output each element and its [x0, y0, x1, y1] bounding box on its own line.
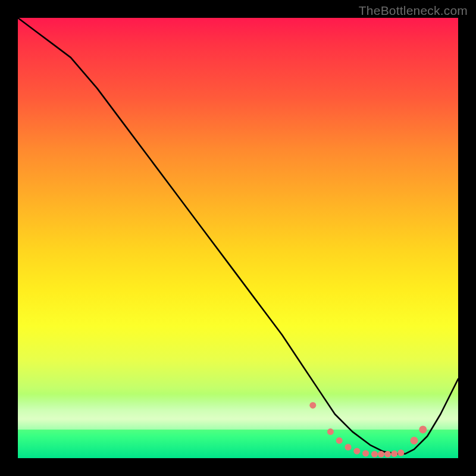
marker-dot — [384, 451, 391, 458]
marker-dot — [371, 451, 378, 458]
bottleneck-curve — [18, 18, 458, 454]
marker-dot — [345, 444, 352, 450]
marker-dot — [391, 450, 397, 457]
marker-dot — [378, 451, 384, 458]
marker-dot — [362, 450, 369, 456]
marker-dot — [309, 402, 316, 409]
watermark-text: TheBottleneck.com — [359, 4, 468, 18]
marker-dot — [419, 425, 427, 433]
marker-dot — [411, 437, 418, 444]
marker-dot — [336, 437, 343, 444]
marker-dot — [353, 448, 360, 455]
marker-dot — [397, 450, 404, 456]
stage: TheBottleneck.com — [0, 0, 476, 476]
plot-area — [18, 18, 458, 458]
marker-dot — [327, 428, 334, 435]
marker-group — [309, 402, 427, 458]
chart-svg — [18, 18, 458, 458]
